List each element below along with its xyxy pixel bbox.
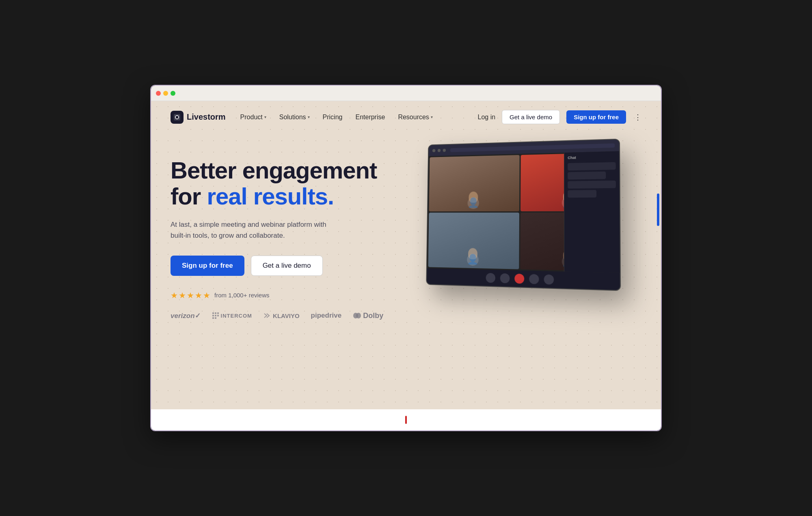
chat-message-1 — [568, 162, 615, 171]
mic-button[interactable] — [486, 273, 496, 283]
logo-icon — [171, 111, 184, 124]
navbar: Livestorm Product ▾ Solutions ▾ Pricing … — [151, 101, 661, 133]
svg-rect-5 — [217, 312, 219, 314]
chat-panel: Chat — [564, 151, 620, 273]
chevron-down-icon: ▾ — [431, 115, 433, 119]
nav-product[interactable]: Product ▾ — [240, 114, 266, 121]
nav-pricing[interactable]: Pricing — [323, 114, 343, 121]
svg-rect-3 — [212, 312, 214, 314]
browser-window: Livestorm Product ▾ Solutions ▾ Pricing … — [150, 85, 662, 431]
more-button[interactable] — [544, 274, 554, 284]
chevron-down-icon: ▾ — [264, 115, 266, 119]
scroll-indicator — [405, 416, 407, 424]
svg-rect-4 — [215, 312, 216, 314]
nav-resources[interactable]: Resources ▾ — [398, 114, 432, 121]
chevron-down-icon: ▾ — [308, 115, 310, 119]
svg-point-12 — [356, 313, 361, 318]
scrollbar[interactable] — [657, 194, 659, 226]
star-rating: ★ ★ ★ ★ ★ — [171, 290, 210, 300]
chat-title: Chat — [568, 155, 615, 160]
klaviyo-icon — [263, 313, 270, 318]
product-screenshot: Chat — [426, 139, 621, 291]
chat-message-3 — [568, 181, 616, 189]
logo-text: Livestorm — [187, 112, 226, 122]
dolby-logo: Dolby — [353, 312, 383, 320]
mockup-dot-1 — [432, 149, 435, 152]
hero-title: Better engagement for real results. — [171, 157, 398, 209]
nav-enterprise[interactable]: Enterprise — [355, 114, 385, 121]
mockup-dot-3 — [443, 149, 446, 152]
star-5: ★ — [203, 290, 210, 300]
star-2: ★ — [179, 290, 186, 300]
svg-rect-7 — [215, 315, 216, 316]
dolby-icon — [353, 312, 362, 319]
svg-rect-6 — [212, 315, 214, 316]
hero-subtitle: At last, a simple meeting and webinar pl… — [171, 219, 341, 241]
star-3: ★ — [187, 290, 194, 300]
nav-solutions[interactable]: Solutions ▾ — [279, 114, 310, 121]
svg-rect-8 — [217, 315, 219, 316]
hero-signup-button[interactable]: Sign up for free — [171, 256, 244, 276]
svg-rect-10 — [215, 317, 216, 319]
hero-demo-button[interactable]: Get a live demo — [251, 256, 323, 276]
intercom-grid-icon — [212, 312, 219, 319]
close-dot[interactable] — [156, 91, 161, 96]
browser-chrome — [151, 86, 661, 101]
star-4: ★ — [195, 290, 202, 300]
chat-message-2 — [568, 172, 606, 180]
minimize-dot[interactable] — [163, 91, 168, 96]
klaviyo-logo: KLAVIYO — [263, 312, 300, 319]
page-wrapper: Livestorm Product ▾ Solutions ▾ Pricing … — [151, 101, 661, 409]
reviews-section: ★ ★ ★ ★ ★ from 1,000+ reviews — [171, 290, 398, 300]
more-options-icon[interactable]: ⋮ — [634, 113, 641, 122]
mockup-dot-2 — [438, 149, 441, 152]
intercom-logo: INTERCOM — [212, 312, 252, 319]
star-1: ★ — [171, 290, 178, 300]
nav-right: Log in Get a live demo Sign up for free … — [478, 110, 642, 124]
svg-rect-2 — [176, 116, 178, 118]
hero-section: Better engagement for real results. At l… — [151, 133, 661, 344]
maximize-dot[interactable] — [171, 91, 175, 96]
camera-button[interactable] — [500, 273, 510, 284]
svg-rect-9 — [212, 317, 214, 319]
hero-content: Better engagement for real results. At l… — [171, 149, 398, 320]
brand-logos: verizon✓ INTERCOM — [171, 312, 398, 320]
bottom-bar — [151, 409, 661, 430]
chat-message-4 — [568, 190, 596, 198]
nav-signup-button[interactable]: Sign up for free — [566, 110, 626, 124]
nav-links: Product ▾ Solutions ▾ Pricing Enterprise… — [240, 114, 478, 121]
share-screen-button[interactable] — [529, 274, 539, 284]
verizon-logo: verizon✓ — [171, 312, 201, 320]
pipedrive-logo: pipedrive — [311, 312, 342, 320]
reviews-text: from 1,000+ reviews — [214, 292, 269, 299]
end-call-button[interactable] — [514, 274, 524, 284]
nav-demo-button[interactable]: Get a live demo — [502, 110, 560, 124]
video-participant-1 — [429, 155, 520, 211]
video-participant-3 — [428, 213, 519, 269]
login-button[interactable]: Log in — [478, 114, 496, 121]
hero-buttons: Sign up for free Get a live demo — [171, 256, 398, 276]
hero-image: Chat — [398, 141, 641, 287]
logo[interactable]: Livestorm — [171, 111, 226, 124]
